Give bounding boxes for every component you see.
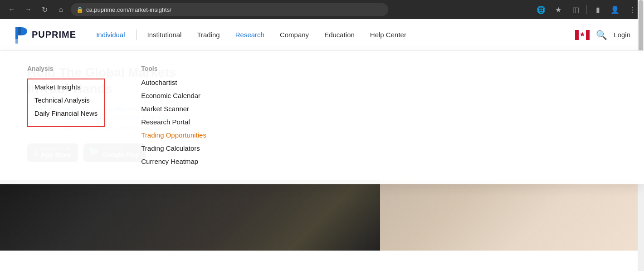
nav-item-institutional[interactable]: Institutional (141, 27, 188, 42)
translate-button[interactable]: 🌐 (535, 3, 547, 16)
dropdown-currency-heatmap[interactable]: Currency Heatmap (141, 158, 214, 165)
tools-title: Tools (141, 65, 214, 72)
refresh-button[interactable]: ↻ (38, 3, 51, 16)
group-image (380, 180, 644, 251)
person-image (0, 180, 380, 251)
address-bar[interactable]: 🔒 ca.puprime.com/market-insights/ (71, 3, 388, 16)
tools-column: Tools Autochartist Economic Calendar Mar… (141, 65, 214, 171)
dropdown-trading-calculators[interactable]: Trading Calculators (141, 144, 214, 152)
search-button[interactable]: 🔍 (596, 30, 607, 40)
browser-chrome: ← → ↻ ⌂ 🔒 ca.puprime.com/market-insights… (0, 0, 644, 19)
profile-button[interactable]: 👤 (609, 3, 621, 16)
split-view-button[interactable]: ▮ (591, 3, 604, 16)
dropdown-economic-calendar[interactable]: Economic Calendar (141, 92, 214, 99)
nav-item-helpcenter[interactable]: Help Center (364, 27, 413, 42)
analysis-column: Analysis Market Insights Technical Analy… (27, 65, 105, 171)
bookmark-button[interactable]: ★ (552, 3, 565, 16)
nav-links: Individual Institutional Trading Researc… (90, 27, 575, 42)
dropdown-research-portal[interactable]: Research Portal (141, 118, 214, 126)
nav-item-company[interactable]: Company (273, 27, 315, 42)
dropdown-daily-financial-news[interactable]: Daily Financial News (34, 109, 98, 117)
dropdown-market-scanner[interactable]: Market Scanner (141, 105, 214, 113)
menu-button[interactable]: ⋮ (626, 3, 639, 16)
nav-item-research[interactable]: Research (229, 27, 271, 42)
logo[interactable]: PUPRIME (14, 26, 76, 44)
analysis-title: Analysis (27, 65, 105, 72)
site-wrapper: PUPRIME Individual Institutional Trading… (0, 19, 644, 251)
nav-right: 🔍 Login (575, 30, 630, 40)
analysis-box: Market Insights Technical Analysis Daily… (27, 79, 105, 127)
nav-item-individual[interactable]: Individual (90, 27, 131, 42)
svg-rect-2 (586, 30, 590, 40)
nav-item-education[interactable]: Education (318, 27, 361, 42)
back-button[interactable]: ← (5, 3, 18, 16)
canada-flag-svg (575, 30, 590, 40)
dropdown-market-insights[interactable]: Market Insights (34, 83, 98, 91)
dropdown-menu: Analysis Market Insights Technical Analy… (0, 51, 644, 184)
dropdown-autochartist[interactable]: Autochartist (141, 79, 214, 86)
nav-item-trading[interactable]: Trading (190, 27, 226, 42)
forward-button[interactable]: → (22, 3, 34, 16)
home-button[interactable]: ⌂ (54, 3, 67, 16)
dropdown-technical-analysis[interactable]: Technical Analysis (34, 96, 98, 104)
browser-right-icons: 🌐 ★ ◫ ▮ 👤 ⋮ (535, 3, 639, 16)
login-button[interactable]: Login (614, 31, 630, 39)
logo-icon (14, 26, 28, 44)
logo-text: PUPRIME (32, 30, 76, 40)
url-text: ca.puprime.com/market-insights/ (86, 6, 171, 13)
flag-icon[interactable] (575, 30, 590, 40)
svg-rect-0 (575, 30, 579, 40)
bottom-images (0, 180, 644, 251)
nav-separator (136, 30, 137, 40)
dropdown-trading-opportunities[interactable]: Trading Opportunities (141, 131, 214, 139)
navbar: PUPRIME Individual Institutional Trading… (0, 19, 644, 51)
extensions-button[interactable]: ◫ (569, 3, 582, 16)
